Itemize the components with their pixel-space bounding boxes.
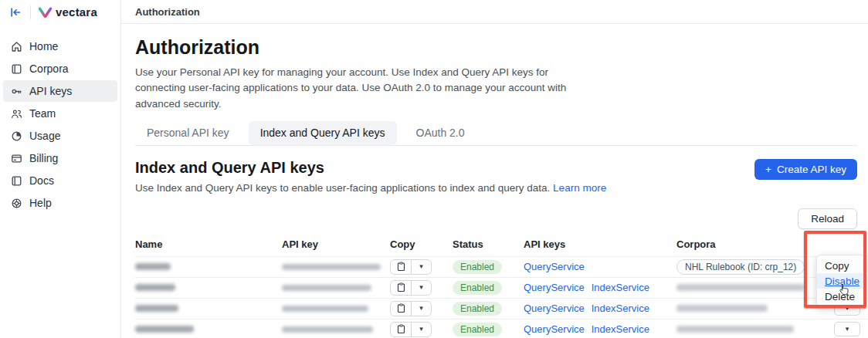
plus-icon: + <box>765 164 771 175</box>
corpus-badge: NHL Rulebook (ID: crp_12) <box>676 259 805 275</box>
sidebar-item-label: Billing <box>29 152 58 164</box>
sidebar-item-label: Usage <box>29 130 60 142</box>
main-area: Authorization Authorization Use your Per… <box>121 0 868 338</box>
copy-button-group[interactable]: ▾ <box>390 322 432 337</box>
redacted-api-key <box>282 326 373 333</box>
logo-wordmark: vectara <box>56 5 97 19</box>
sidebar-item-docs[interactable]: Docs <box>3 170 117 191</box>
index-service-link[interactable]: IndexService <box>592 282 649 293</box>
sidebar: vectara Home Corpora API keys Team <box>0 0 121 338</box>
status-badge: Enabled <box>453 281 502 295</box>
menu-item-copy[interactable]: Copy <box>817 258 864 273</box>
table-row: ▾ Enabled QueryServiceIndexService ▾ <box>135 319 868 338</box>
redacted-name <box>135 326 194 333</box>
redacted-corpus <box>676 326 794 333</box>
sidebar-item-help[interactable]: Help <box>3 192 117 214</box>
tab-personal-api-key[interactable]: Personal API key <box>135 121 241 145</box>
status-badge: Enabled <box>453 302 502 316</box>
sidebar-item-label: Team <box>29 107 56 120</box>
topbar: Authorization <box>121 0 868 24</box>
caret-down-icon: ▾ <box>419 263 423 270</box>
section-description-text: Use Index and Query API keys to enable u… <box>135 182 550 194</box>
sidebar-item-label: API keys <box>29 85 72 97</box>
status-badge: Enabled <box>453 323 502 336</box>
home-icon <box>11 41 22 52</box>
caret-down-icon: ▾ <box>419 284 423 291</box>
team-icon <box>11 108 22 120</box>
table-header-row: Name API key Copy Status API keys Corpor… <box>135 238 868 257</box>
table-row: ▾ Enabled QueryServiceIndexService ▾ <box>135 277 868 298</box>
redacted-api-key <box>282 306 368 312</box>
section-title: Index and Query API keys <box>135 159 606 177</box>
query-service-link[interactable]: QueryService <box>524 282 585 293</box>
billing-icon <box>11 153 22 164</box>
sidebar-item-team[interactable]: Team <box>3 103 117 124</box>
collapse-sidebar-icon[interactable] <box>10 7 22 18</box>
row-actions-menu: Copy Disable Delete <box>816 255 865 307</box>
clipboard-icon[interactable] <box>391 302 411 316</box>
clipboard-icon[interactable] <box>391 281 411 295</box>
section-description: Use Index and Query API keys to enable u… <box>135 182 606 194</box>
sidebar-item-billing[interactable]: Billing <box>3 147 117 169</box>
copy-dropdown-button[interactable]: ▾ <box>411 302 431 316</box>
sidebar-item-usage[interactable]: Usage <box>3 125 117 147</box>
redacted-name <box>135 284 175 291</box>
tab-bar: Personal API key Index and Query API key… <box>135 121 857 146</box>
key-icon <box>11 86 22 97</box>
clipboard-icon[interactable] <box>391 260 411 274</box>
breadcrumb: Authorization <box>135 6 200 18</box>
redacted-name <box>135 263 171 270</box>
page-title: Authorization <box>135 36 857 59</box>
sidebar-header: vectara <box>0 0 120 24</box>
tab-oauth[interactable]: OAuth 2.0 <box>405 121 476 145</box>
page-description: Use your Personal API key for managing y… <box>135 65 592 112</box>
usage-icon <box>11 130 22 142</box>
redacted-corpus <box>676 305 768 312</box>
query-service-link[interactable]: QueryService <box>524 261 585 272</box>
reload-row: Reload <box>135 208 857 229</box>
sidebar-item-corpora[interactable]: Corpora <box>3 58 117 79</box>
sidebar-item-home[interactable]: Home <box>3 35 117 57</box>
learn-more-link[interactable]: Learn more <box>553 182 606 194</box>
index-service-link[interactable]: IndexService <box>592 323 649 335</box>
vectara-logo-icon <box>39 7 52 18</box>
column-header-corpora: Corpora <box>676 238 809 257</box>
copy-dropdown-button[interactable]: ▾ <box>411 281 431 295</box>
vectara-logo[interactable]: vectara <box>39 5 97 19</box>
tab-index-query-api-keys[interactable]: Index and Query API keys <box>249 121 397 145</box>
column-header-name: Name <box>135 238 282 257</box>
sidebar-nav: Home Corpora API keys Team Usage Billing <box>0 35 120 214</box>
query-service-link[interactable]: QueryService <box>524 323 585 335</box>
copy-button-group[interactable]: ▾ <box>390 280 432 296</box>
copy-button-group[interactable]: ▾ <box>390 301 432 316</box>
index-service-link[interactable]: IndexService <box>592 303 649 314</box>
divider <box>30 5 31 19</box>
reload-button[interactable]: Reload <box>798 208 857 229</box>
clipboard-icon[interactable] <box>391 323 411 336</box>
query-service-link[interactable]: QueryService <box>524 303 585 314</box>
api-keys-table: Name API key Copy Status API keys Corpor… <box>135 238 868 338</box>
sidebar-item-label: Home <box>29 40 58 52</box>
redacted-corpus <box>676 284 805 291</box>
table-row: ▾ Enabled QueryService NHL Rulebook (ID:… <box>135 256 868 277</box>
content: Authorization Use your Personal API key … <box>121 36 868 338</box>
copy-dropdown-button[interactable]: ▾ <box>411 323 431 336</box>
hand-cursor-icon <box>838 283 849 299</box>
create-api-key-label: Create API key <box>777 164 846 175</box>
redacted-name <box>135 305 178 312</box>
column-header-copy: Copy <box>390 238 453 257</box>
row-actions-button[interactable]: ▾ <box>834 322 860 336</box>
sidebar-item-label: Help <box>29 197 52 209</box>
copy-dropdown-button[interactable]: ▾ <box>411 260 431 274</box>
column-header-api-key: API key <box>282 238 390 257</box>
column-header-api-keys: API keys <box>524 238 676 257</box>
help-icon <box>11 198 22 209</box>
create-api-key-button[interactable]: + Create API key <box>754 159 857 180</box>
caret-down-icon: ▾ <box>419 326 423 333</box>
status-badge: Enabled <box>453 260 502 274</box>
section-header: Index and Query API keys Use Index and Q… <box>135 159 857 194</box>
sidebar-item-label: Corpora <box>29 63 69 75</box>
sidebar-item-api-keys[interactable]: API keys <box>3 80 117 102</box>
docs-icon <box>11 175 22 187</box>
copy-button-group[interactable]: ▾ <box>390 259 432 275</box>
